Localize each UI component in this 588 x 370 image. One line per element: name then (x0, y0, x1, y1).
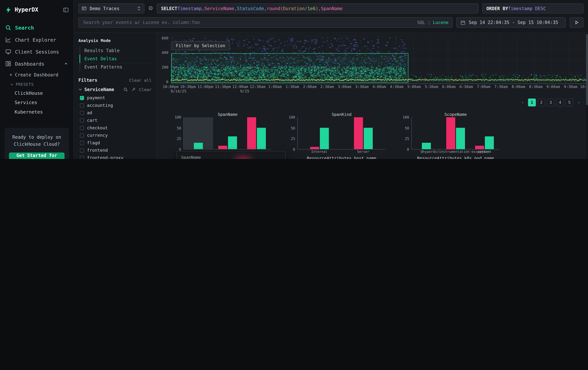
filter-value-label: flagd (87, 140, 100, 145)
green-bar (456, 128, 465, 149)
order-by-box[interactable]: ORDER BY Timestamp DESC (482, 3, 584, 13)
checkbox[interactable] (80, 118, 84, 122)
clear-all-button[interactable]: Clear all (129, 78, 151, 82)
pagination-prev[interactable]: ‹ (519, 99, 526, 107)
sql-token: , (264, 6, 267, 11)
checkbox[interactable] (80, 103, 84, 108)
x-tick-label: 9:00am (546, 85, 560, 89)
sidebar-item-label: Dashboards (15, 61, 44, 66)
x-category-label: Server (357, 150, 369, 154)
filter-group-name: ServiceName (84, 87, 114, 92)
x-category-label: payment (477, 150, 492, 154)
filter-checkbox-row[interactable]: frontend-proxy (78, 154, 151, 159)
content: Analysis Mode Results TableEvent DeltasE… (74, 33, 588, 159)
sql-token: ORDER BY (486, 6, 508, 11)
x-tick-label: 11:30pm (215, 85, 231, 89)
sidebar-item-dashboards[interactable]: Dashboards (0, 58, 74, 70)
collapse-sidebar-icon[interactable] (63, 7, 69, 12)
date-range-picker[interactable]: Sep 14 22:04:35 - Sep 15 10:04:35 (456, 17, 566, 28)
x-tick-label: 8:00am (512, 85, 525, 89)
run-query-button[interactable] (570, 17, 584, 28)
source-select-value: Demo Traces (90, 6, 134, 11)
analysis-mode-option[interactable]: Event Patterns (80, 63, 151, 71)
sql-token: SELECT (161, 6, 177, 11)
plus-icon: + (9, 72, 12, 78)
pink-bar (354, 117, 363, 149)
checkbox[interactable] (80, 126, 84, 130)
date-label: 9/14/25 (171, 89, 187, 93)
green-bar (364, 128, 373, 149)
mini-chart: ScopeName02550100@hyperdx/instrumentatio… (399, 112, 513, 155)
sidebar-item-clickhouse[interactable]: ClickHouse (0, 89, 74, 98)
filter-value-label: cart (87, 118, 97, 123)
pagination-page[interactable]: 5 (566, 99, 573, 107)
language-toggle: SQL | Lucene (417, 20, 449, 25)
checkbox[interactable] (80, 148, 84, 152)
chart-plot[interactable] (183, 117, 271, 150)
pagination-page[interactable]: 2 (537, 99, 545, 107)
filter-value-label: currency (87, 132, 108, 138)
selection-rectangle[interactable] (171, 53, 408, 83)
presets-toggle[interactable]: PRESETS (0, 80, 74, 89)
lucene-toggle[interactable]: Lucene (433, 20, 449, 25)
main-area: 6004002000 Filter by Selection 10:00pm10… (156, 33, 588, 159)
scrollbar-thumb[interactable] (586, 34, 588, 105)
sql-token: Timestamp DESC (508, 6, 546, 11)
pink-bar (310, 147, 319, 149)
promo-line2: ClickHouse Cloud? (9, 141, 64, 148)
sidebar-item-search[interactable]: Search (0, 22, 74, 34)
pagination-next[interactable]: › (575, 99, 583, 107)
x-tick-label: 12:00am (232, 85, 248, 89)
sql-token: round( (267, 6, 283, 11)
search-icon (5, 25, 11, 31)
clear-filter-button[interactable]: Clear (139, 87, 151, 92)
filter-value-label: frontend-proxy (87, 155, 123, 159)
filter-checkbox-row[interactable]: currency (78, 131, 151, 139)
filter-checkbox-row[interactable]: flagd (78, 139, 151, 147)
filter-checkbox-row[interactable]: ad (78, 109, 151, 117)
filter-checkbox-row[interactable]: cart (78, 117, 151, 124)
date-label: 9/15 (240, 89, 249, 93)
get-started-button[interactable]: Get Started for Free (9, 152, 64, 159)
chart-plot[interactable] (411, 117, 499, 150)
heatmap-section: 6004002000 Filter by Selection (156, 36, 588, 84)
analysis-mode-option[interactable]: Results Table (80, 47, 151, 55)
chart-tooltip: SpanName Error: Visa cache full: cannot … (176, 151, 286, 159)
sidebar-item-kubernetes[interactable]: Kubernetes (0, 107, 74, 117)
y-tick-label: 0 (407, 147, 409, 151)
pagination-page[interactable]: 1 (528, 99, 536, 107)
checkbox[interactable] (80, 156, 84, 159)
filter-checkbox-row[interactable]: frontend (78, 147, 151, 154)
pagination-page[interactable]: 3 (547, 99, 555, 107)
sql-toggle[interactable]: SQL (417, 20, 425, 25)
create-dashboard-button[interactable]: + Create Dashboard (0, 70, 74, 80)
filter-checkbox-row[interactable]: accounting (78, 101, 151, 109)
chevron-down-icon (10, 83, 13, 86)
sql-token: ServiceName (204, 6, 234, 11)
sidebar-item-chart-explorer[interactable]: Chart Explorer (0, 34, 74, 46)
sidebar-item-client-sessions[interactable]: Client Sessions (0, 46, 74, 58)
source-select[interactable]: Demo Traces (78, 3, 144, 13)
tooltip-title: SpanName (181, 155, 281, 159)
sidebar-item-services[interactable]: Services (0, 98, 74, 107)
search-input[interactable] (83, 20, 414, 25)
scrollbar[interactable] (586, 33, 588, 159)
filter-by-selection-button[interactable]: Filter by Selection (171, 41, 230, 50)
checkbox[interactable] (80, 141, 84, 145)
chevron-up-icon (64, 61, 68, 66)
search-icon[interactable] (123, 87, 128, 92)
gear-icon[interactable]: ⚙ (148, 6, 153, 11)
pin-icon[interactable] (131, 87, 136, 92)
filter-checkbox-row[interactable]: checkout (78, 124, 151, 132)
pagination-page[interactable]: 4 (556, 99, 564, 107)
checkbox[interactable] (80, 96, 84, 100)
analysis-mode-option[interactable]: Event Deltas (80, 55, 151, 63)
filter-group-header[interactable]: ServiceNameClear (78, 87, 151, 92)
chart-plot[interactable] (297, 117, 385, 150)
x-tick-label: 1:00am (268, 85, 282, 89)
query-editor[interactable]: SELECT Timestamp, ServiceName, StatusCod… (157, 3, 479, 13)
y-tick-label: 0 (293, 147, 295, 151)
filter-checkbox-row[interactable]: payment (78, 94, 151, 102)
checkbox[interactable] (80, 111, 84, 115)
checkbox[interactable] (80, 133, 84, 137)
